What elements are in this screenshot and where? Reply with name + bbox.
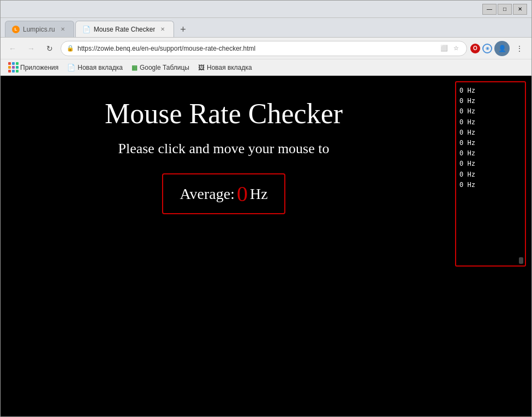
apps-dot-1 (8, 62, 11, 65)
page-content[interactable]: Mouse Rate Checker Please click and move… (1, 76, 531, 416)
main-content: Mouse Rate Checker Please click and move… (1, 76, 447, 416)
lumpics-favicon: L (12, 26, 20, 33)
bookmark-sheets-favicon: ▦ (131, 64, 138, 71)
opera-icon[interactable]: O (470, 44, 480, 53)
apps-dot-2 (12, 62, 15, 65)
apps-grid-icon (8, 62, 19, 72)
forward-button[interactable]: → (23, 41, 39, 56)
average-value: 0 (237, 181, 248, 207)
window-controls: — □ ✕ (482, 4, 527, 15)
reading-item: 0 Hz (459, 106, 522, 117)
apps-dot-8 (12, 70, 15, 72)
maximize-button[interactable]: □ (498, 4, 512, 15)
reading-item: 0 Hz (459, 86, 522, 96)
tab-mouse-rate-close[interactable]: ✕ (158, 25, 167, 34)
reading-item: 0 Hz (459, 148, 522, 159)
minimize-button[interactable]: — (482, 4, 497, 15)
tab-mouse-rate[interactable]: 📄 Mouse Rate Checker ✕ (75, 21, 175, 37)
tab-mouse-rate-favicon: 📄 (82, 26, 91, 33)
apps-label: Приложения (20, 64, 58, 71)
tab-mouse-rate-label: Mouse Rate Checker (94, 26, 156, 33)
nav-right-icons: O ◉ 👤 ⋮ (470, 41, 527, 56)
close-button[interactable]: ✕ (513, 4, 527, 15)
apps-dot-4 (8, 66, 11, 69)
bookmark-new-tab-2[interactable]: 🖼 Новая вкладка (195, 63, 255, 72)
apps-dot-5 (12, 66, 15, 69)
apps-bookmark[interactable]: Приложения (5, 61, 62, 74)
lock-icon: 🔒 (67, 45, 74, 52)
back-button[interactable]: ← (5, 41, 20, 56)
browser-window: — □ ✕ L Lumpics.ru ✕ 📄 Mouse Rate Checke… (0, 0, 532, 417)
bookmarks-bar: Приложения 📄 Новая вкладка ▦ Google Табл… (1, 59, 531, 76)
average-box: Average: 0 Hz (162, 173, 285, 214)
reading-item: 0 Hz (459, 170, 522, 180)
menu-button[interactable]: ⋮ (512, 41, 527, 56)
new-tab-button[interactable]: + (175, 22, 190, 37)
cast-icon[interactable]: ⬜ (439, 44, 449, 53)
tab-lumpics-label: Lumpics.ru (23, 26, 55, 33)
address-bar[interactable]: 🔒 https://zowie.benq.eu/en-eu/support/mo… (61, 41, 467, 56)
reading-item: 0 Hz (459, 138, 522, 148)
average-label: Average: (180, 185, 235, 203)
nav-bar: ← → ↻ 🔒 https://zowie.benq.eu/en-eu/supp… (1, 38, 531, 59)
bookmark-sheets-label: Google Таблицы (140, 64, 189, 71)
title-bar: — □ ✕ (1, 1, 531, 18)
reading-item: 0 Hz (459, 128, 522, 138)
average-unit: Hz (250, 185, 268, 203)
apps-dot-6 (16, 66, 19, 69)
page-subtitle: Please click and move your mouse to (118, 141, 329, 157)
address-url: https://zowie.benq.eu/en-eu/support/mous… (77, 45, 436, 52)
reading-item: 0 Hz (459, 96, 522, 106)
page-title: Mouse Rate Checker (105, 98, 343, 130)
star-icon[interactable]: ☆ (451, 44, 461, 53)
reading-item: 0 Hz (459, 117, 522, 128)
bookmark-new-tab-1-label: Новая вкладка (77, 64, 123, 71)
globe-icon[interactable]: ◉ (482, 44, 492, 53)
bookmark-image-favicon: 🖼 (198, 64, 205, 71)
reading-item: 0 Hz (459, 180, 522, 190)
bookmark-new-tab-2-label: Новая вкладка (207, 64, 252, 71)
apps-dot-9 (16, 70, 19, 72)
readings-panel: 0 Hz0 Hz0 Hz0 Hz0 Hz0 Hz0 Hz0 Hz0 Hz0 Hz (455, 81, 526, 267)
apps-dot-7 (8, 70, 11, 72)
bookmark-page-favicon: 📄 (67, 64, 75, 71)
tab-lumpics[interactable]: L Lumpics.ru ✕ (5, 21, 74, 37)
address-icons: ⬜ ☆ (439, 44, 461, 53)
bookmark-new-tab-1[interactable]: 📄 Новая вкладка (64, 63, 126, 72)
apps-dot-3 (16, 62, 19, 65)
tab-lumpics-close[interactable]: ✕ (58, 25, 67, 34)
tab-bar: L Lumpics.ru ✕ 📄 Mouse Rate Checker ✕ + (1, 18, 531, 38)
refresh-button[interactable]: ↻ (42, 41, 57, 56)
bookmark-sheets[interactable]: ▦ Google Таблицы (128, 63, 193, 72)
readings-container: 0 Hz0 Hz0 Hz0 Hz0 Hz0 Hz0 Hz0 Hz0 Hz0 Hz (459, 86, 522, 190)
profile-icon[interactable]: 👤 (494, 41, 510, 56)
reading-item: 0 Hz (459, 159, 522, 169)
